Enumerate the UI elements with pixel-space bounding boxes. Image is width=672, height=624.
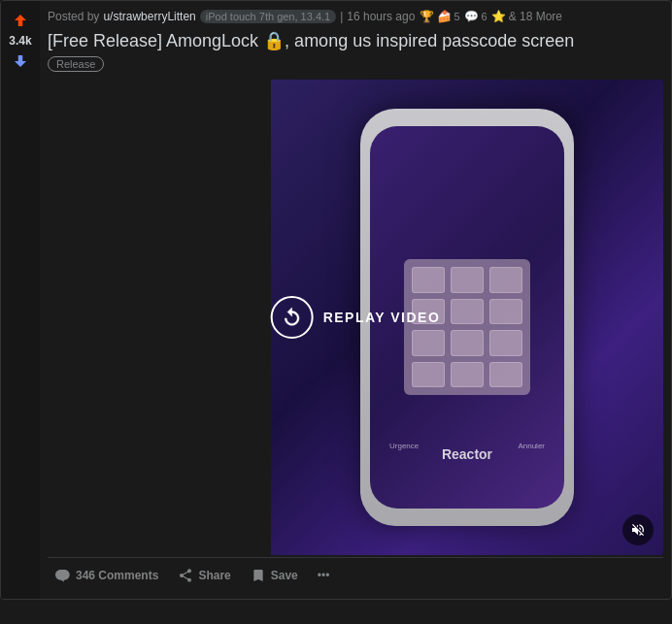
award-trophy: 🏆 [419,9,434,24]
post-title: [Free Release] AmongLock 🔒, among us ins… [48,30,663,52]
passcode-key-9 [489,330,522,356]
post-container: 3.4k Posted by u/strawberryLitten iPod t… [0,0,672,600]
upvote-button[interactable] [9,9,32,32]
urgence-label: Urgence [389,442,419,450]
share-label: Share [198,569,230,582]
separator: | [340,10,343,23]
more-awards: & 18 More [509,10,562,23]
replay-circle-icon [271,296,314,339]
passcode-key-2 [451,267,484,293]
comments-icon [55,568,71,583]
annuler-label: Annuler [518,442,545,450]
replay-label: REPLAY VIDEO [323,310,441,325]
media-container[interactable]: Urgence Annuler Reactor [48,80,663,555]
comments-button[interactable]: 346 Comments [48,562,166,589]
share-button[interactable]: Share [170,562,238,589]
post-main-content: Posted by u/strawberryLitten iPod touch … [40,1,671,599]
flair-tag: Release [48,56,104,72]
passcode-key-11 [451,362,484,388]
posted-by-label: Posted by [48,10,99,23]
vote-count: 3.4k [9,34,31,48]
passcode-key-5 [451,299,484,325]
passcode-key-10 [412,362,445,388]
mute-icon [630,522,646,538]
passcode-key-3 [489,267,522,293]
save-label: Save [271,569,298,582]
award-count-5: 5 [454,11,459,22]
passcode-key-12 [489,362,522,388]
vote-sidebar: 3.4k [1,1,40,599]
username[interactable]: u/strawberryLitten [103,10,195,23]
video-thumbnail: Urgence Annuler Reactor [48,80,663,555]
replay-icon [282,307,303,328]
post-actions: 346 Comments Share Save ••• [48,557,663,591]
award-count-6: 6 [482,11,487,22]
award-cake: 🍰 [436,9,452,24]
device-flair: iPod touch 7th gen, 13.4.1 [200,10,336,23]
comments-label: 346 Comments [76,569,158,582]
save-icon [251,568,266,583]
award-star: ⭐ [491,9,507,24]
share-icon [178,568,193,583]
timestamp: 16 hours ago [347,10,415,23]
post-header: Posted by u/strawberryLitten iPod touch … [48,9,663,24]
post-inner: 3.4k Posted by u/strawberryLitten iPod t… [1,1,671,599]
dots-icon: ••• [318,569,330,582]
passcode-key-6 [489,299,522,325]
save-button[interactable]: Save [243,562,306,589]
flair-text: iPod touch 7th gen, 13.4.1 [206,11,330,22]
passcode-key-8 [451,330,484,356]
award-speech: 💬 [464,9,480,24]
awards-row: 🏆 🍰 5 💬 6 ⭐ & 18 More [419,9,562,24]
passcode-key-1 [412,267,445,293]
left-dark-panel [48,80,271,555]
replay-overlay[interactable]: REPLAY VIDEO [271,296,441,339]
more-actions-button[interactable]: ••• [310,563,338,588]
downvote-button[interactable] [9,49,32,73]
reactor-label: Reactor [442,446,492,462]
